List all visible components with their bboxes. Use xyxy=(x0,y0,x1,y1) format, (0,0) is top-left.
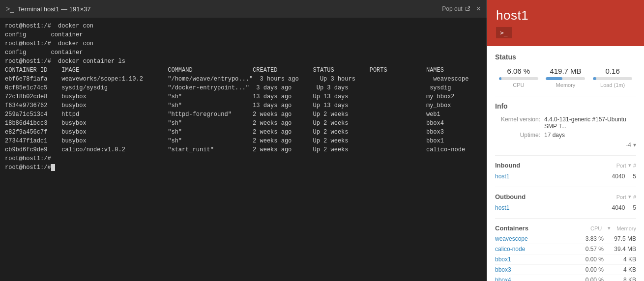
container-memory: 8 KB xyxy=(612,277,636,281)
kernel-label: Kernel version: xyxy=(495,116,544,130)
load-label: Load (1m) xyxy=(600,82,625,88)
kernel-row: Kernel version: 4.4.0-131-generic #157-U… xyxy=(495,116,636,130)
cpu-col-label: CPU xyxy=(590,225,602,231)
containers-list: weavescope 3.83 % 97.5 MB calico-node 0.… xyxy=(495,234,636,281)
inbound-count: 5 xyxy=(633,173,636,180)
terminal-line: 18b86d41bcc3 busybox "sh" 2 weeks ago Up… xyxy=(5,119,482,128)
container-name-link[interactable]: bbox4 xyxy=(495,277,511,281)
terminal-line: e82f9a456c7f busybox "sh" 2 weeks ago Up… xyxy=(5,128,482,137)
container-name-link[interactable]: bbox1 xyxy=(495,256,511,263)
terminal-line: ebf6e78f1afa weaveworks/scope:1.10.2 "/h… xyxy=(5,75,482,84)
uptime-value: 17 days xyxy=(544,132,565,139)
container-name-link[interactable]: calico-node xyxy=(495,246,525,253)
terminal-line: root@host1:/# docker con xyxy=(5,22,482,30)
terminal-line: f634e9736762 busybox "sh" 13 days ago Up… xyxy=(5,101,482,110)
containers-cols: CPU ▾ Memory xyxy=(590,225,636,231)
terminal-body[interactable]: root@host1:/# docker conconfig container… xyxy=(0,18,487,281)
outbound-title: Outbound xyxy=(495,193,526,200)
terminal-open-button[interactable]: >_ xyxy=(496,27,512,38)
container-row: bbox3 0.00 % 4 KB xyxy=(495,265,636,275)
cpu-bar-container xyxy=(499,77,538,80)
uptime-label: Uptime: xyxy=(495,132,544,139)
containers-header: Containers CPU ▾ Memory xyxy=(495,225,636,232)
outbound-port-col: Port xyxy=(616,194,626,200)
status-title: Status xyxy=(495,53,636,61)
container-name-link[interactable]: weavescope xyxy=(495,235,528,242)
load-bar xyxy=(593,77,596,80)
close-button[interactable]: × xyxy=(476,5,481,13)
memory-gauge: 419.7 MB Memory xyxy=(546,67,585,88)
cpu-value: 6.06 % xyxy=(507,67,530,75)
popout-label: Pop out xyxy=(442,5,462,12)
inbound-port-col: Port xyxy=(616,163,626,169)
right-panel: host1 >_ Status 6.06 % CPU 419.7 MB xyxy=(487,0,644,281)
inbound-port-value: 4040 xyxy=(612,173,625,180)
container-stats: 0.00 % 4 KB xyxy=(572,256,636,263)
info-title: Info xyxy=(495,102,636,110)
host-header: host1 >_ xyxy=(487,0,644,46)
terminal-title: >_ Terminal host1 — 191×37 xyxy=(6,5,90,13)
terminal-line: 0cf85e1c74c5 sysdig/sysdig "/docker-entr… xyxy=(5,84,482,92)
info-section: Info Kernel version: 4.4.0-131-generic #… xyxy=(495,102,636,149)
terminal-prompt-icon: >_ xyxy=(6,5,14,13)
container-stats: 0.00 % 8 KB xyxy=(572,277,636,281)
container-cpu: 3.83 % xyxy=(579,235,604,242)
divider-3 xyxy=(495,187,636,187)
inbound-sort-icon: ▾ xyxy=(628,162,631,169)
divider-1 xyxy=(495,96,636,96)
container-memory: 4 KB xyxy=(612,256,636,263)
uptime-row: Uptime: 17 days xyxy=(495,132,636,139)
containers-sort-icon: ▾ xyxy=(608,225,611,231)
popout-button[interactable]: Pop out xyxy=(442,5,470,12)
memory-bar-container xyxy=(546,77,585,80)
expand-button[interactable]: -4 ▾ xyxy=(495,140,636,149)
status-section: Status 6.06 % CPU 419.7 MB Memory xyxy=(495,53,636,88)
terminal-line: root@host1:/# xyxy=(5,163,482,172)
inbound-host-link[interactable]: host1 xyxy=(495,173,509,180)
terminal-line: CONTAINER ID IMAGE COMMAND CREATED STATU… xyxy=(5,66,482,75)
container-name-link[interactable]: bbox3 xyxy=(495,266,511,273)
container-memory: 97.5 MB xyxy=(612,235,636,242)
terminal-title-text: Terminal host1 — 191×37 xyxy=(18,5,91,13)
outbound-values: 4040 5 xyxy=(612,204,636,211)
inbound-section: Inbound Port ▾ # host1 4040 5 xyxy=(495,162,636,181)
gauges-row: 6.06 % CPU 419.7 MB Memory 0.16 xyxy=(495,67,636,88)
inbound-hash-icon: # xyxy=(633,163,636,169)
inbound-values: 4040 5 xyxy=(612,173,636,180)
right-panel-scroll[interactable]: Status 6.06 % CPU 419.7 MB Memory xyxy=(487,46,644,281)
memory-label: Memory xyxy=(556,82,576,88)
expand-label: -4 xyxy=(626,141,631,148)
kernel-value: 4.4.0-131-generic #157-Ubuntu SMP T... xyxy=(544,116,636,130)
terminal-line: cb9bd6fc9de9 calico/node:v1.0.2 "start_r… xyxy=(5,145,482,154)
terminal-line: 273447f1adc1 busybox "sh" 2 weeks ago Up… xyxy=(5,137,482,145)
terminal-line: 259a71c513c4 httpd "httpd-foreground" 2 … xyxy=(5,110,482,119)
container-row: weavescope 3.83 % 97.5 MB xyxy=(495,234,636,244)
terminal-controls: Pop out × xyxy=(442,5,481,13)
outbound-count: 5 xyxy=(633,204,636,211)
terminal-line: config container xyxy=(5,30,482,39)
containers-title: Containers xyxy=(495,225,528,232)
cpu-bar xyxy=(499,77,501,80)
container-memory: 39.4 MB xyxy=(612,246,636,253)
terminal-line: root@host1:/# docker container ls xyxy=(5,57,482,66)
cpu-label: CPU xyxy=(513,82,524,88)
load-gauge: 0.16 Load (1m) xyxy=(593,67,632,88)
load-bar-container xyxy=(593,77,632,80)
outbound-host-link[interactable]: host1 xyxy=(495,204,509,211)
host-title: host1 xyxy=(496,8,635,23)
popout-icon xyxy=(465,6,470,12)
container-memory: 4 KB xyxy=(612,266,636,273)
divider-4 xyxy=(495,218,636,219)
container-row: bbox4 0.00 % 8 KB xyxy=(495,275,636,281)
inbound-title: Inbound xyxy=(495,162,520,169)
terminal-line: root@host1:/# docker con xyxy=(5,39,482,48)
outbound-hash-icon: # xyxy=(633,194,636,200)
container-stats: 0.57 % 39.4 MB xyxy=(572,246,636,253)
memory-bar xyxy=(546,77,562,80)
terminal-line: config container xyxy=(5,48,482,57)
outbound-cols: Port ▾ # xyxy=(616,194,636,200)
container-cpu: 0.00 % xyxy=(579,256,604,263)
expand-chevron-icon: ▾ xyxy=(633,141,636,148)
terminal-panel: >_ Terminal host1 — 191×37 Pop out × roo… xyxy=(0,0,487,281)
load-value: 0.16 xyxy=(606,67,620,75)
